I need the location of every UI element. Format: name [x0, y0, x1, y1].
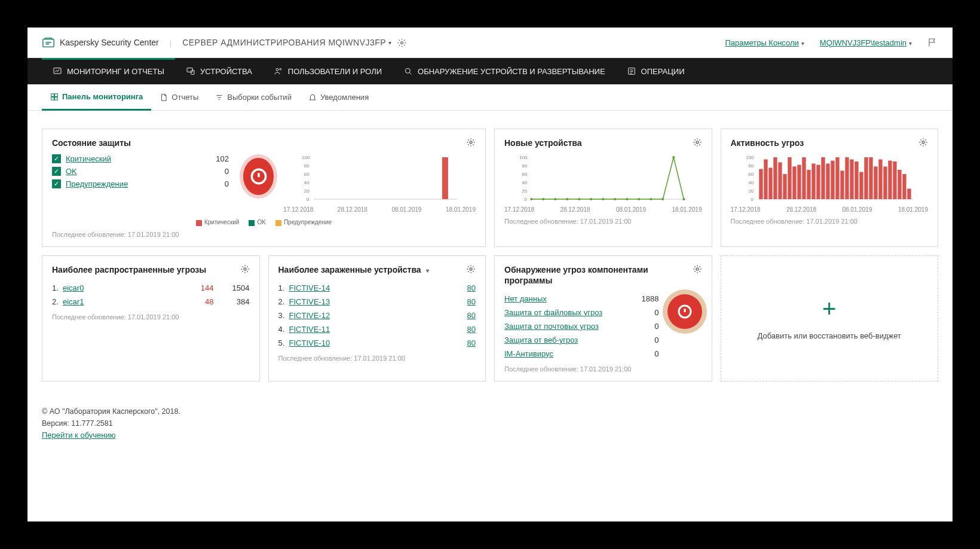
- widget-gear-icon[interactable]: [693, 138, 702, 147]
- tab-events[interactable]: Выборки событий: [207, 84, 300, 110]
- svg-rect-68: [831, 161, 834, 199]
- server-settings-gear-icon[interactable]: [397, 38, 406, 47]
- svg-point-38: [614, 198, 616, 200]
- widget-new-devices: Новые устройства 100806040200 17.12.2018…: [494, 129, 712, 247]
- component-link[interactable]: Защита от почтовых угроз: [504, 322, 599, 331]
- svg-rect-63: [807, 170, 810, 199]
- alert-badge-icon: [243, 158, 274, 195]
- chart-legend: Критический OK Предупреждение: [52, 219, 476, 225]
- count-link[interactable]: 80: [467, 311, 476, 320]
- device-link[interactable]: FICTIVE-14: [289, 283, 330, 292]
- svg-rect-57: [778, 163, 782, 200]
- status-ok[interactable]: ✓OK: [52, 167, 183, 176]
- footer: © АО "Лаборатория Касперского", 2018. Ве…: [27, 394, 953, 460]
- svg-rect-10: [55, 93, 58, 96]
- svg-rect-69: [835, 157, 839, 199]
- flag-icon[interactable]: [927, 37, 938, 48]
- svg-text:80: 80: [748, 163, 754, 169]
- widget-title: Обнаружение угроз компонентами программы: [504, 264, 688, 286]
- component-link[interactable]: Защита от файловых угроз: [504, 308, 602, 317]
- critical-count: 102: [189, 154, 229, 163]
- chevron-down-icon[interactable]: ▾: [426, 267, 429, 274]
- users-icon: [274, 66, 283, 76]
- svg-rect-80: [888, 161, 892, 199]
- svg-text:0: 0: [524, 197, 527, 202]
- widget-gear-icon[interactable]: [466, 138, 476, 147]
- device-link[interactable]: FICTIVE-10: [289, 338, 330, 347]
- svg-rect-59: [788, 157, 791, 199]
- svg-text:80: 80: [304, 163, 310, 169]
- widget-detection-components: Обнаружение угроз компонентами программы…: [494, 255, 712, 382]
- status-warning[interactable]: ✓Предупреждение: [52, 179, 183, 188]
- topbar: Kaspersky Security Center | СЕРВЕР АДМИН…: [27, 28, 953, 58]
- threat-link[interactable]: eicar0: [63, 283, 84, 292]
- x-axis: 17.12.201828.12.201808.01.201918.01.2019: [283, 206, 476, 213]
- svg-rect-73: [855, 161, 858, 199]
- widget-title: Новые устройства: [504, 138, 688, 148]
- nav-devices-label: УСТРОЙСТВА: [200, 67, 252, 76]
- add-widget-button[interactable]: + Добавить или восстановить веб-виджет: [721, 255, 939, 382]
- count-link[interactable]: 80: [467, 283, 476, 292]
- widget-title: Активность угроз: [731, 138, 914, 148]
- svg-rect-67: [826, 164, 829, 200]
- training-link[interactable]: Перейти к обучению: [42, 431, 116, 440]
- svg-rect-71: [845, 157, 849, 199]
- svg-rect-74: [859, 172, 863, 200]
- svg-point-7: [405, 68, 410, 73]
- widget-gear-icon[interactable]: [693, 264, 702, 274]
- nav-discovery[interactable]: ОБНАРУЖЕНИЕ УСТРОЙСТВ И РАЗВЕРТЫВАНИЕ: [393, 58, 616, 84]
- threat-activity-chart: 100806040200 17.12.201828.12.201808.01.2…: [731, 154, 929, 213]
- nav-devices[interactable]: УСТРОЙСТВА: [175, 58, 263, 84]
- list-item: Защита от почтовых угроз0: [504, 319, 659, 333]
- widget-gear-icon[interactable]: [466, 264, 476, 274]
- svg-text:0: 0: [307, 197, 310, 202]
- nav-users[interactable]: ПОЛЬЗОВАТЕЛИ И РОЛИ: [263, 58, 393, 84]
- device-link[interactable]: FICTIVE-12: [289, 311, 330, 320]
- protection-chart: 100806040200 17.12.201828.12.201808.01.2…: [283, 154, 476, 213]
- threat-link[interactable]: eicar1: [63, 297, 84, 306]
- widget-most-infected: Наиболее зараженные устройства ▾ 1.FICTI…: [268, 255, 486, 382]
- component-link[interactable]: IM-Антивирус: [504, 349, 553, 358]
- nav-operations[interactable]: ОПЕРАЦИИ: [616, 58, 696, 84]
- component-link[interactable]: Нет данных: [504, 294, 547, 303]
- server-dropdown-icon[interactable]: ▾: [388, 39, 391, 46]
- tab-notifications[interactable]: Уведомления: [300, 84, 377, 110]
- list-item: 1.FICTIVE-1480: [278, 281, 476, 295]
- last-update: Последнее обновление: 17.01.2019 21:00: [52, 313, 250, 321]
- svg-point-44: [682, 198, 685, 200]
- checkbox-icon: ✓: [52, 179, 61, 188]
- widget-gear-icon[interactable]: [918, 138, 928, 147]
- svg-rect-62: [802, 157, 806, 199]
- svg-rect-78: [878, 160, 882, 200]
- widget-gear-icon[interactable]: [240, 264, 250, 274]
- product-logo: Kaspersky Security Center: [42, 36, 159, 49]
- svg-rect-72: [850, 160, 853, 200]
- version: Версия: 11.777.2581: [42, 417, 938, 429]
- console-params-link[interactable]: Параметры Консоли▾: [725, 38, 804, 47]
- alert-badge-icon: [667, 294, 702, 329]
- svg-point-35: [578, 198, 580, 200]
- nav-discovery-label: ОБНАРУЖЕНИЕ УСТРОЙСТВ И РАЗВЕРТЫВАНИЕ: [418, 67, 605, 76]
- svg-point-45: [922, 141, 924, 144]
- last-update: Последнее обновление: 17.01.2019 21:00: [731, 218, 929, 225]
- tab-dashboard[interactable]: Панель мониторинга: [42, 84, 151, 111]
- device-link[interactable]: FICTIVE-11: [289, 325, 330, 334]
- svg-text:100: 100: [302, 155, 310, 160]
- count-link[interactable]: 80: [467, 297, 476, 306]
- svg-point-23: [696, 141, 699, 144]
- count-link[interactable]: 80: [467, 338, 476, 347]
- svg-point-85: [244, 268, 246, 270]
- device-link[interactable]: FICTIVE-13: [289, 297, 330, 306]
- tab-reports[interactable]: Отчеты: [151, 84, 207, 110]
- warning-count: 0: [189, 179, 229, 188]
- list-item: Защита от файловых угроз0: [504, 306, 659, 319]
- user-menu[interactable]: MQIWNVJ3FP\testadmin▾: [820, 38, 912, 47]
- main-nav: МОНИТОРИНГ И ОТЧЕТЫ УСТРОЙСТВА ПОЛЬЗОВАТ…: [27, 58, 953, 84]
- product-name: Kaspersky Security Center: [60, 38, 159, 47]
- nav-monitoring[interactable]: МОНИТОРИНГ И ОТЧЕТЫ: [42, 58, 175, 84]
- reports-icon: [160, 93, 168, 102]
- count-link[interactable]: 80: [467, 325, 476, 334]
- list-item: Нет данных1888: [504, 292, 659, 306]
- component-link[interactable]: Защита от веб-угроз: [504, 336, 578, 344]
- status-critical[interactable]: ✓Критический: [52, 154, 183, 163]
